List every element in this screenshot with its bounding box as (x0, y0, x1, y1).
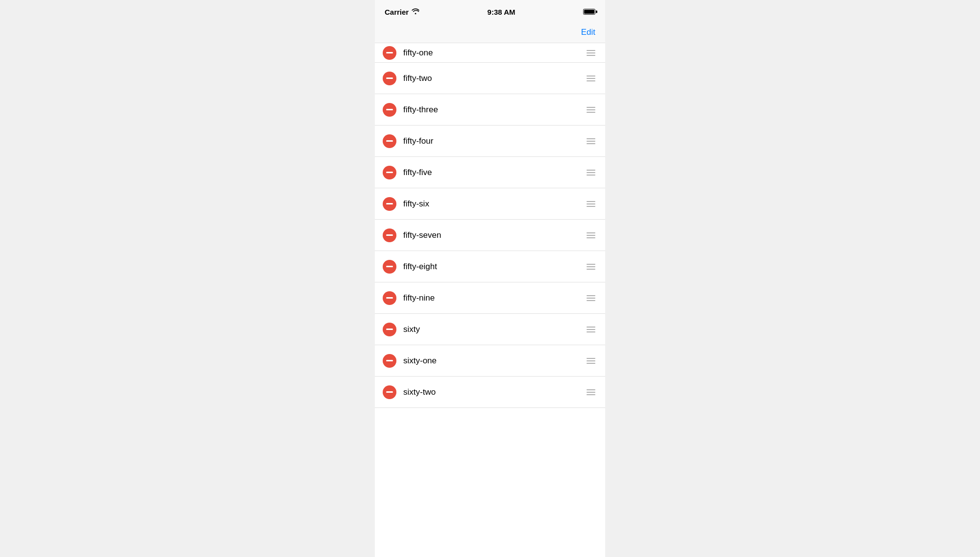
drag-handle[interactable] (585, 387, 597, 397)
wifi-icon (412, 8, 419, 16)
item-label-sixty: sixty (403, 325, 585, 334)
delete-icon[interactable] (383, 134, 396, 148)
status-right (583, 9, 595, 15)
list-item: sixty-two (375, 377, 605, 408)
drag-handle[interactable] (585, 168, 597, 177)
drag-handle[interactable] (585, 356, 597, 366)
delete-icon[interactable] (383, 354, 396, 368)
status-time: 9:38 AM (488, 8, 515, 16)
delete-icon[interactable] (383, 46, 396, 60)
item-label-fifty-five: fifty-five (403, 168, 585, 177)
delete-icon[interactable] (383, 103, 396, 117)
list-item: fifty-one (375, 43, 605, 63)
item-label-fifty-three: fifty-three (403, 105, 585, 115)
item-label-fifty-eight: fifty-eight (403, 262, 585, 272)
list-item: fifty-seven (375, 220, 605, 251)
list-item: fifty-five (375, 157, 605, 188)
list-container: fifty-onefifty-twofifty-threefifty-fourf… (375, 43, 605, 408)
item-label-fifty-seven: fifty-seven (403, 230, 585, 240)
delete-icon[interactable] (383, 385, 396, 399)
delete-icon[interactable] (383, 228, 396, 242)
list-item: fifty-six (375, 188, 605, 220)
edit-button[interactable]: Edit (581, 27, 595, 37)
drag-handle[interactable] (585, 325, 597, 334)
delete-icon[interactable] (383, 323, 396, 336)
delete-icon[interactable] (383, 197, 396, 211)
delete-icon[interactable] (383, 72, 396, 85)
delete-icon[interactable] (383, 260, 396, 274)
list-item: fifty-eight (375, 251, 605, 282)
phone-frame: Carrier 9:38 AM Edit fifty-onefifty-twof… (375, 0, 605, 557)
list-item: fifty-four (375, 126, 605, 157)
drag-handle[interactable] (585, 262, 597, 272)
list-item: sixty (375, 314, 605, 345)
drag-handle[interactable] (585, 230, 597, 240)
drag-handle[interactable] (585, 136, 597, 146)
delete-icon[interactable] (383, 166, 396, 179)
drag-handle[interactable] (585, 293, 597, 303)
drag-handle[interactable] (585, 74, 597, 83)
list-item: fifty-two (375, 63, 605, 94)
list-item: fifty-three (375, 94, 605, 126)
battery-icon (583, 9, 595, 15)
carrier-label: Carrier (385, 8, 409, 16)
list-item: sixty-one (375, 345, 605, 377)
item-label-sixty-one: sixty-one (403, 356, 585, 366)
item-label-fifty-one: fifty-one (403, 48, 585, 58)
list-item: fifty-nine (375, 282, 605, 314)
item-label-fifty-four: fifty-four (403, 136, 585, 146)
item-label-fifty-six: fifty-six (403, 199, 585, 209)
item-label-sixty-two: sixty-two (403, 387, 585, 397)
drag-handle[interactable] (585, 48, 597, 58)
drag-handle[interactable] (585, 105, 597, 115)
drag-handle[interactable] (585, 199, 597, 209)
item-label-fifty-two: fifty-two (403, 74, 585, 83)
delete-icon[interactable] (383, 291, 396, 305)
status-bar: Carrier 9:38 AM (375, 0, 605, 22)
battery-fill (584, 10, 594, 14)
item-label-fifty-nine: fifty-nine (403, 293, 585, 303)
nav-bar: Edit (375, 22, 605, 43)
status-left: Carrier (385, 8, 419, 16)
